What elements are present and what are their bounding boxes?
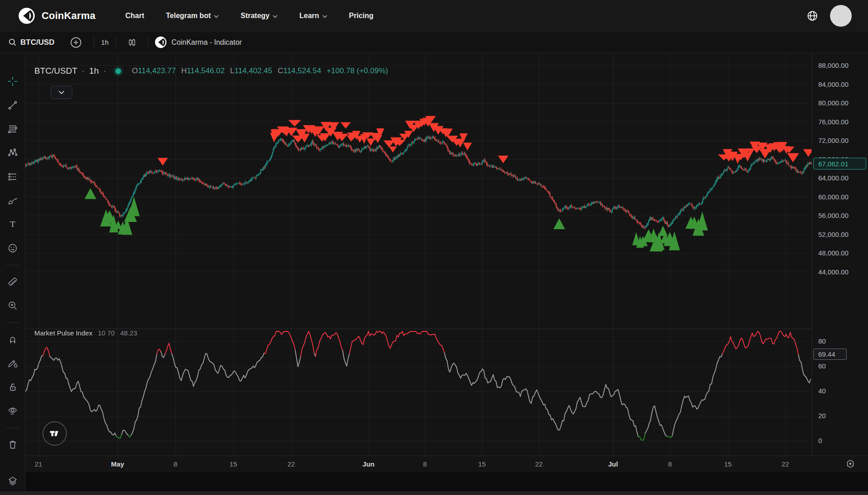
fib-retracement-icon bbox=[7, 123, 18, 134]
svg-text:T: T bbox=[10, 219, 15, 228]
chevron-down-icon bbox=[322, 15, 327, 18]
app-root: CoinKarma Chart Telegram bot Strategy Le… bbox=[0, 0, 868, 495]
brand-link[interactable]: CoinKarma bbox=[18, 7, 95, 24]
xabcd-pattern-tool-button[interactable] bbox=[3, 143, 23, 163]
legend-separator: · bbox=[82, 66, 85, 76]
price-axis-label: 88,000.00 bbox=[818, 61, 849, 70]
chart-type-button[interactable] bbox=[123, 34, 142, 51]
zoom-in-tool-button[interactable] bbox=[3, 296, 23, 316]
search-icon bbox=[8, 38, 17, 47]
chevron-down-icon bbox=[214, 15, 219, 18]
chart-legend: BTC/USDT · 1h · O114,423.77 H114,546.02 … bbox=[34, 66, 388, 76]
price-axis-label: 80,000.00 bbox=[818, 99, 849, 107]
nav-item-telegram-bot[interactable]: Telegram bot bbox=[166, 12, 219, 20]
drawing-tools-rail: T bbox=[0, 53, 25, 495]
emoji-tool-button[interactable] bbox=[3, 238, 23, 258]
drawing-lock-tool-button[interactable] bbox=[3, 354, 23, 373]
toolbar-separator bbox=[116, 37, 116, 48]
indicator-axis-label: 80 bbox=[818, 337, 826, 345]
eye-icon bbox=[7, 405, 18, 416]
time-axis-label: 22 bbox=[782, 460, 789, 468]
time-axis-label: 22 bbox=[535, 460, 543, 468]
nav-item-telegram-bot-label: Telegram bot bbox=[166, 12, 211, 20]
indicator-axis-label: 20 bbox=[818, 412, 826, 420]
close-label: C bbox=[278, 66, 283, 75]
tradingview-logo[interactable] bbox=[42, 421, 67, 446]
symbol-label: BTC/USD bbox=[20, 38, 55, 47]
plus-circle-icon bbox=[70, 37, 82, 48]
time-axis-label: 21 bbox=[35, 460, 42, 468]
nav-item-learn[interactable]: Learn bbox=[299, 12, 327, 20]
candlestick-icon bbox=[127, 37, 137, 48]
price-axis-label: 56,000.00 bbox=[818, 212, 849, 220]
position-tool-icon bbox=[7, 171, 18, 182]
price-axis-label: 84,000.00 bbox=[818, 80, 849, 89]
fib-retracement-tool-button[interactable] bbox=[3, 119, 23, 139]
symbol-search-button[interactable]: BTC/USD bbox=[4, 34, 59, 51]
user-avatar[interactable] bbox=[830, 5, 852, 27]
crosshair-tool-button[interactable] bbox=[3, 71, 23, 91]
rail-divider bbox=[6, 265, 19, 265]
gear-icon bbox=[844, 458, 856, 470]
object-tree-button[interactable] bbox=[3, 471, 23, 491]
measure-tool-button[interactable] bbox=[3, 272, 23, 292]
hide-drawings-tool-button[interactable] bbox=[3, 401, 23, 421]
globe-icon bbox=[807, 10, 818, 22]
brush-tool-button[interactable] bbox=[3, 190, 23, 210]
coinkarma-logo-icon bbox=[18, 7, 35, 24]
time-axis-label: May bbox=[111, 460, 124, 468]
time-axis-label: 22 bbox=[288, 460, 295, 468]
legend-collapse-button[interactable] bbox=[51, 86, 72, 99]
price-chart-canvas[interactable] bbox=[25, 53, 811, 456]
brand-name: CoinKarma bbox=[42, 10, 95, 22]
nav-item-strategy-label: Strategy bbox=[241, 12, 269, 20]
nav-item-pricing[interactable]: Pricing bbox=[349, 12, 373, 20]
indicator-chip-label: CoinKarma - Indicator bbox=[171, 38, 242, 47]
price-axis-label: 64,000.00 bbox=[818, 174, 849, 182]
time-axis[interactable]: 21 May 8 15 22 Jun 8 15 22 Jul 8 15 22 bbox=[25, 456, 868, 472]
interval-button[interactable]: 1h bbox=[94, 34, 116, 51]
trash-icon bbox=[7, 439, 18, 450]
nav-item-chart[interactable]: Chart bbox=[125, 12, 144, 20]
chevron-down-icon bbox=[273, 15, 278, 18]
trend-line-tool-button[interactable] bbox=[3, 95, 23, 115]
pencil-lock-icon bbox=[7, 358, 18, 368]
remove-drawings-tool-button[interactable] bbox=[3, 435, 23, 455]
page-bottom-band bbox=[0, 491, 868, 495]
time-axis-label: Jul bbox=[608, 460, 618, 468]
time-axis-label: 15 bbox=[478, 460, 486, 468]
low-value: 114,402.45 bbox=[234, 66, 272, 75]
toolbar-separator bbox=[148, 37, 148, 48]
layers-icon bbox=[7, 476, 18, 486]
time-axis-label: 8 bbox=[174, 460, 177, 468]
text-tool-button[interactable]: T bbox=[3, 214, 23, 234]
top-nav: CoinKarma Chart Telegram bot Strategy Le… bbox=[0, 0, 868, 32]
compare-add-button[interactable] bbox=[66, 34, 86, 51]
language-globe-button[interactable] bbox=[807, 10, 818, 22]
coinkarma-logo-icon bbox=[155, 36, 167, 48]
chevron-down-icon bbox=[58, 90, 65, 94]
rail-divider bbox=[6, 322, 19, 323]
chart-region: BTC/USDT · 1h · O114,423.77 H114,546.02 … bbox=[25, 53, 868, 495]
nav-menu: Chart Telegram bot Strategy Learn Pricin… bbox=[125, 12, 373, 20]
brush-icon bbox=[7, 195, 18, 206]
high-value: 114,546.02 bbox=[187, 66, 225, 75]
legend-interval: 1h bbox=[89, 66, 99, 76]
indicator-value: 48.23 bbox=[120, 329, 137, 337]
axis-settings-button[interactable] bbox=[844, 458, 856, 470]
indicator-axis-label: 60 bbox=[818, 362, 826, 370]
interval-label: 1h bbox=[101, 38, 109, 46]
magnet-tool-button[interactable] bbox=[3, 330, 23, 349]
price-axis-label: 44,000.00 bbox=[818, 268, 849, 276]
nav-item-strategy[interactable]: Strategy bbox=[241, 12, 278, 20]
xabcd-pattern-icon bbox=[7, 147, 18, 158]
ruler-icon bbox=[7, 276, 18, 287]
indicator-chip[interactable]: CoinKarma - Indicator bbox=[155, 36, 242, 48]
lock-all-tool-button[interactable] bbox=[3, 377, 23, 397]
unlock-icon bbox=[7, 382, 18, 392]
price-axis-label: 72,000.00 bbox=[818, 137, 849, 145]
status-dot[interactable] bbox=[115, 68, 121, 74]
position-tool-button[interactable] bbox=[3, 167, 23, 187]
legend-separator: · bbox=[103, 66, 106, 76]
price-axis[interactable]: 88,000.00 84,000.00 80,000.00 76,000.00 … bbox=[811, 53, 868, 456]
